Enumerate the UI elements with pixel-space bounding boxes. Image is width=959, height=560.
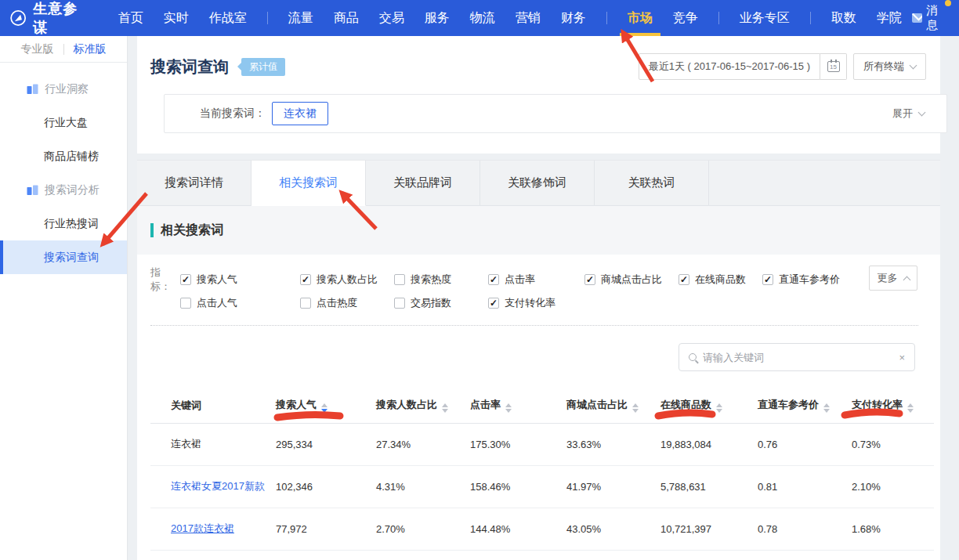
checkbox-icon[interactable] bbox=[394, 274, 405, 285]
checkbox-icon[interactable] bbox=[584, 274, 595, 285]
metric-checkbox[interactable]: 在线商品数 bbox=[679, 273, 762, 287]
table-row: 2017款连衣裙 77,972 2.70% 144.48% 43.05% 10,… bbox=[150, 508, 934, 550]
sort-icon[interactable] bbox=[321, 403, 328, 413]
current-keyword-card: 当前搜索词： 连衣裙 展开 bbox=[164, 94, 947, 133]
date-range-button[interactable]: 最近1天 ( 2017-06-15~2017-06-15 ) bbox=[639, 53, 820, 80]
nav-separator bbox=[810, 12, 811, 24]
keyword-tag[interactable]: 连衣裙 bbox=[272, 102, 328, 125]
metric-checkbox[interactable]: 支付转化率 bbox=[488, 296, 584, 310]
checkbox-icon[interactable] bbox=[488, 298, 499, 309]
metrics-row-1: 指标： 搜索人气 搜索人数占比 搜索热度 点击 bbox=[150, 272, 940, 287]
sidebar-item-industry-overview[interactable]: 行业大盘 bbox=[0, 106, 127, 139]
column-header-keyword: 关键词 bbox=[150, 388, 276, 423]
messages-button[interactable]: 消息 bbox=[912, 3, 946, 33]
metric-label: 点击热度 bbox=[317, 296, 357, 310]
nav-item-warroom[interactable]: 作战室 bbox=[209, 0, 247, 36]
metric-label: 直通车参考价 bbox=[779, 273, 840, 287]
sort-icon[interactable] bbox=[632, 403, 639, 413]
checkbox-icon[interactable] bbox=[762, 274, 773, 285]
search-input[interactable] bbox=[703, 352, 899, 363]
sort-icon[interactable] bbox=[442, 403, 448, 413]
checkbox-icon[interactable] bbox=[300, 274, 311, 285]
nav-item-trade[interactable]: 交易 bbox=[379, 0, 404, 36]
nav-separator bbox=[718, 12, 719, 24]
clear-search-icon[interactable]: × bbox=[899, 352, 905, 363]
metric-checkbox[interactable]: 点击率 bbox=[488, 273, 584, 287]
tab-related-search-words[interactable]: 相关搜索词 bbox=[252, 161, 366, 206]
terminal-select[interactable]: 所有终端 bbox=[853, 53, 926, 80]
building-icon bbox=[27, 185, 38, 195]
main-content: 搜索词查询 累计值 最近1天 ( 2017-06-15~2017-06-15 )… bbox=[128, 36, 950, 560]
chevron-down-icon bbox=[910, 62, 917, 70]
value-cell: 175.30% bbox=[470, 423, 566, 465]
brand[interactable]: 生意参谋 bbox=[9, 0, 85, 37]
nav-item-academy[interactable]: 学院 bbox=[877, 0, 902, 36]
metric-checkbox[interactable]: 直通车参考价 bbox=[762, 273, 840, 287]
calendar-button[interactable]: 15 bbox=[820, 53, 847, 80]
nav-item-home[interactable]: 首页 bbox=[118, 0, 143, 36]
keyword-link[interactable]: 2017款连衣裙 bbox=[171, 522, 234, 534]
sidebar: 专业版 标准版 行业洞察 行业大盘 商品店铺榜 搜索词分析 行业热搜词 bbox=[0, 36, 128, 560]
value-cell: 0.73% bbox=[852, 423, 934, 465]
column-header-ztc-reference-price[interactable]: 直通车参考价 bbox=[758, 388, 852, 423]
checkbox-icon[interactable] bbox=[180, 298, 191, 309]
metric-checkbox[interactable]: 商城点击占比 bbox=[584, 273, 679, 287]
checkbox-icon[interactable] bbox=[394, 298, 405, 309]
checkbox-icon[interactable] bbox=[300, 298, 311, 309]
tab-search-word-detail[interactable]: 搜索词详情 bbox=[137, 161, 252, 206]
metric-checkbox[interactable]: 搜索热度 bbox=[394, 273, 488, 287]
metric-checkbox[interactable]: 点击热度 bbox=[300, 296, 394, 310]
metric-label: 点击率 bbox=[505, 273, 535, 287]
nav-item-logistics[interactable]: 物流 bbox=[470, 0, 495, 36]
nav-item-business-zone[interactable]: 业务专区 bbox=[740, 0, 790, 36]
metric-checkbox[interactable]: 搜索人数占比 bbox=[300, 273, 394, 287]
cumulative-value-badge: 累计值 bbox=[241, 58, 285, 76]
sort-icon[interactable] bbox=[716, 403, 722, 413]
nav-item-competition[interactable]: 竞争 bbox=[673, 0, 698, 36]
nav-item-realtime[interactable]: 实时 bbox=[164, 0, 189, 36]
mail-icon bbox=[912, 13, 923, 23]
nav-item-data-fetch[interactable]: 取数 bbox=[831, 0, 856, 36]
value-cell: 77,972 bbox=[276, 508, 376, 550]
value-cell: 0.76 bbox=[758, 423, 852, 465]
sidebar-item-search-word-query[interactable]: 搜索词查询 bbox=[0, 240, 127, 274]
nav-separator bbox=[606, 12, 607, 24]
column-header-online-products[interactable]: 在线商品数 bbox=[660, 388, 758, 423]
sidebar-section-industry-insight: 行业洞察 bbox=[0, 72, 127, 106]
column-header-click-rate[interactable]: 点击率 bbox=[470, 388, 566, 423]
column-header-payment-conversion[interactable]: 支付转化率 bbox=[852, 388, 934, 423]
checkbox-icon[interactable] bbox=[488, 274, 499, 285]
sort-icon[interactable] bbox=[505, 403, 512, 413]
keyword-link[interactable]: 连衣裙女夏2017新款 bbox=[171, 480, 265, 492]
sidebar-item-industry-hot-search[interactable]: 行业热搜词 bbox=[0, 207, 127, 240]
tab-related-modifier-words[interactable]: 关联修饰词 bbox=[480, 161, 595, 206]
nav-item-service[interactable]: 服务 bbox=[425, 0, 450, 36]
nav-item-goods[interactable]: 商品 bbox=[334, 0, 359, 36]
tab-related-brand-words[interactable]: 关联品牌词 bbox=[366, 161, 480, 206]
expand-label: 展开 bbox=[892, 107, 913, 121]
nav-item-marketing[interactable]: 营销 bbox=[516, 0, 541, 36]
nav-item-traffic[interactable]: 流量 bbox=[288, 0, 313, 36]
keyword-cell: 连衣裙 bbox=[150, 423, 276, 465]
metric-checkbox[interactable]: 交易指数 bbox=[394, 296, 488, 310]
expand-button[interactable]: 展开 bbox=[892, 107, 925, 121]
checkbox-icon[interactable] bbox=[180, 274, 191, 285]
column-header-searcher-ratio[interactable]: 搜索人数占比 bbox=[376, 388, 470, 423]
table-row: 连衣裙女夏2017新款 102,346 4.31% 158.46% 41.97%… bbox=[150, 465, 934, 508]
tab-standard-version[interactable]: 标准版 bbox=[74, 42, 107, 56]
checkbox-icon[interactable] bbox=[679, 274, 689, 285]
metric-checkbox[interactable]: 点击人气 bbox=[180, 296, 300, 310]
column-header-mall-click-ratio[interactable]: 商城点击占比 bbox=[566, 388, 660, 423]
sort-icon[interactable] bbox=[907, 403, 914, 413]
value-cell: 19,883,084 bbox=[660, 423, 758, 465]
column-header-search-popularity[interactable]: 搜索人气 bbox=[276, 388, 376, 423]
tab-pro-version[interactable]: 专业版 bbox=[21, 42, 54, 56]
sidebar-item-product-shop-ranking[interactable]: 商品店铺榜 bbox=[0, 139, 127, 173]
metric-checkbox[interactable]: 搜索人气 bbox=[180, 273, 300, 287]
nav-item-finance[interactable]: 财务 bbox=[561, 0, 586, 36]
sort-icon[interactable] bbox=[823, 403, 830, 413]
more-button[interactable]: 更多 bbox=[869, 266, 917, 291]
top-nav: 生意参谋 首页 实时 作战室 流量 商品 交易 服务 物流 营销 财务 市场 竞… bbox=[0, 0, 959, 36]
nav-item-market[interactable]: 市场 bbox=[628, 0, 653, 36]
tab-related-hot-words[interactable]: 关联热词 bbox=[595, 161, 709, 206]
